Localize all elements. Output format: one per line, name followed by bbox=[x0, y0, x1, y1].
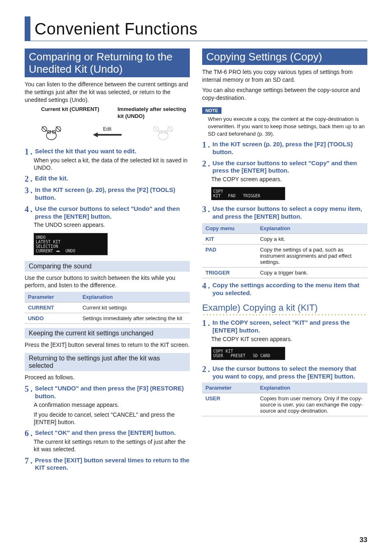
step-number: 4 bbox=[202, 282, 206, 297]
diagram-header-left: Current kit (CURRENT) bbox=[25, 106, 113, 120]
step-number: 3 bbox=[25, 186, 29, 202]
table-header: Explanation bbox=[257, 223, 367, 234]
drumkit-icon bbox=[151, 123, 175, 141]
step-number: 7 bbox=[25, 457, 29, 472]
step-number: 6 bbox=[25, 429, 29, 437]
table-cell: Settings immediately after selecting the… bbox=[79, 313, 190, 324]
undo-diagram: Edit bbox=[25, 120, 190, 143]
table-cell: Copy a trigger bank. bbox=[257, 267, 367, 278]
table-cell: USER bbox=[202, 393, 257, 416]
subheading-keeping: Keeping the current kit settings unchang… bbox=[25, 328, 190, 339]
table-cell: TRIGGER bbox=[202, 267, 257, 278]
step-body: The UNDO screen appears. bbox=[34, 221, 190, 229]
copy-menu-table: Copy menuExplanation KITCopy a kit. PADC… bbox=[202, 223, 367, 278]
step-title: In the KIT screen (p. 20), press the [F2… bbox=[35, 186, 190, 202]
step-body: A confirmation message appears. bbox=[34, 401, 190, 409]
step-dot: . bbox=[208, 205, 210, 221]
subheading-returning: Returning to the settings just after the… bbox=[25, 353, 190, 371]
table-header: Explanation bbox=[257, 383, 367, 393]
table-cell: Current kit settings bbox=[79, 302, 190, 313]
table-cell: UNDO bbox=[25, 313, 79, 324]
table-header: Explanation bbox=[79, 292, 190, 302]
undo-screen-preview: UNDO LATEST KIT SELECTION CURRENT ◄► UND… bbox=[34, 233, 108, 255]
copy-intro-2: You can also exchange settings between t… bbox=[202, 86, 367, 102]
step-dot: . bbox=[30, 148, 32, 156]
keeping-body: Press the [EXIT] button several times to… bbox=[25, 341, 190, 349]
table-cell: Copies from user memory. Only if the cop… bbox=[257, 393, 367, 416]
step-title: In the COPY screen, select "KIT" and pre… bbox=[212, 319, 367, 335]
table-cell: KIT bbox=[202, 233, 257, 244]
step-title: Select "UNDO" and then press the [F3] (R… bbox=[35, 385, 190, 400]
note-body: When you execute a copy, the content at … bbox=[208, 115, 367, 137]
step-number: 1 bbox=[25, 148, 29, 156]
copy-kit-screen-preview: COPY KIT USER PRESET SD CARD bbox=[211, 347, 285, 360]
edit-arrow-label: Edit bbox=[93, 126, 122, 132]
table-header: Copy menu bbox=[202, 223, 257, 234]
section-heading-undo: Comparing or Returning to the Unedited K… bbox=[25, 48, 190, 77]
table-header: Parameter bbox=[202, 383, 257, 393]
step-title: Select the kit that you want to edit. bbox=[35, 148, 136, 156]
parameter-table: ParameterExplanation CURRENTCurrent kit … bbox=[25, 292, 190, 324]
step-number: 1 bbox=[202, 319, 206, 335]
diagram-header-right: Immediately after selecting kit (UNDO) bbox=[113, 106, 190, 120]
step-number: 2 bbox=[25, 175, 29, 183]
page-number: 33 bbox=[360, 536, 367, 544]
example-heading: Example) Copying a kit (KIT) bbox=[202, 302, 367, 313]
step-title: Press the [EXIT] button several times to… bbox=[35, 457, 190, 472]
step-title: Copy the settings according to the menu … bbox=[212, 282, 367, 297]
step-body: When you select a kit, the data of the s… bbox=[34, 157, 190, 171]
step-dot: . bbox=[30, 457, 32, 472]
step-body: The COPY screen appears. bbox=[211, 175, 367, 183]
step-title: Use the cursor buttons to select a copy … bbox=[212, 205, 367, 221]
step-body: The COPY KIT screen appears. bbox=[211, 335, 367, 343]
step-dot: . bbox=[30, 385, 32, 400]
note-badge: NOTE bbox=[202, 107, 221, 114]
section-heading-copy: Copying Settings (Copy) bbox=[202, 48, 367, 65]
step-body: If you decide to cancel, select "CANCEL"… bbox=[34, 411, 190, 426]
step-dot: . bbox=[30, 175, 32, 183]
drumkit-icon bbox=[39, 123, 64, 141]
comparing-body: Use the cursor buttons to switch between… bbox=[25, 274, 190, 290]
step-number: 4 bbox=[25, 205, 29, 221]
step-number: 5 bbox=[25, 385, 29, 400]
step-dot: . bbox=[30, 186, 32, 202]
table-cell: Copy the settings of a pad, such as inst… bbox=[257, 244, 367, 267]
step-title: Select "OK" and then press the [ENTER] b… bbox=[35, 429, 176, 437]
step-title: In the KIT screen (p. 20), press the [F2… bbox=[212, 141, 367, 156]
step-body: The current kit settings return to the s… bbox=[34, 438, 190, 453]
step-dot: . bbox=[30, 429, 32, 437]
step-dot: . bbox=[208, 159, 210, 175]
step-dot: . bbox=[208, 141, 210, 156]
step-dot: . bbox=[208, 282, 210, 297]
copy-intro-1: The TM-6 PRO lets you copy various types… bbox=[202, 68, 367, 84]
step-title: Use the cursor buttons to select the mem… bbox=[212, 365, 367, 381]
subheading-comparing: Comparing the sound bbox=[25, 261, 190, 272]
heading-accent-bar bbox=[25, 16, 30, 41]
step-dot: . bbox=[208, 319, 210, 335]
step-number: 3 bbox=[202, 205, 206, 221]
table-cell: PAD bbox=[202, 244, 257, 267]
page-title: Convenient Functions bbox=[30, 16, 198, 41]
step-dot: . bbox=[30, 205, 32, 221]
step-title: Use the cursor buttons to select "Copy" … bbox=[212, 159, 367, 175]
page-heading-container: Convenient Functions bbox=[25, 16, 367, 41]
dotted-rule bbox=[202, 314, 367, 316]
step-title: Edit the kit. bbox=[35, 175, 68, 183]
returning-body: Proceed as follows. bbox=[25, 374, 190, 381]
step-number: 2 bbox=[202, 159, 206, 175]
copy-screen-preview: COPY KIT PAD TRIGGER bbox=[211, 187, 285, 200]
table-header: Parameter bbox=[25, 292, 79, 302]
svg-marker-7 bbox=[93, 132, 122, 137]
step-dot: . bbox=[208, 365, 210, 381]
copy-parameter-table: ParameterExplanation USERCopies from use… bbox=[202, 383, 367, 416]
step-number: 2 bbox=[202, 365, 206, 381]
step-title: Use the cursor buttons to select "Undo" … bbox=[35, 205, 190, 221]
table-cell: CURRENT bbox=[25, 302, 79, 313]
undo-intro: You can listen to the difference between… bbox=[25, 81, 190, 104]
step-number: 1 bbox=[202, 141, 206, 156]
table-cell: Copy a kit. bbox=[257, 233, 367, 244]
arrow-left-icon: Edit bbox=[93, 126, 122, 138]
